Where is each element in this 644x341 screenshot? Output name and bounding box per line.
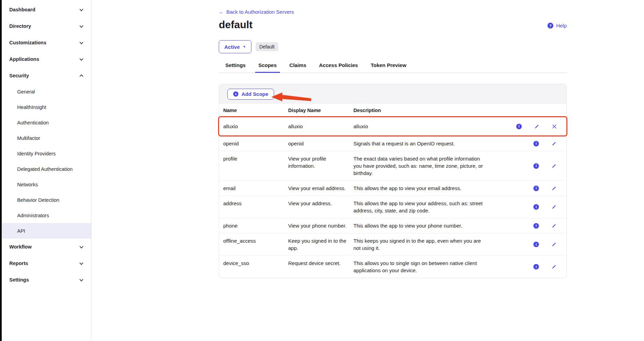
scope-name: phone xyxy=(219,222,284,229)
scope-description: This allows the app to view your address… xyxy=(349,200,506,214)
sidebar-item-security[interactable]: Security xyxy=(2,67,91,84)
scope-display-name: View your email address. xyxy=(284,185,349,192)
sidebar-item-healthinsight[interactable]: HealthInsight xyxy=(2,99,91,115)
info-icon[interactable]: i xyxy=(533,223,539,229)
scope-name: openid xyxy=(219,140,284,147)
edit-icon[interactable] xyxy=(551,141,557,146)
status-dropdown[interactable]: Active ▼ xyxy=(219,40,251,53)
edit-icon[interactable] xyxy=(551,163,557,169)
chevron-down-icon xyxy=(79,40,83,44)
row-actions: i xyxy=(506,223,566,229)
sidebar-item-label: Dashboard xyxy=(9,7,35,12)
table-row-alluxio: alluxioalluxioalluxioi xyxy=(219,117,566,136)
default-badge: Default xyxy=(256,42,278,51)
scope-description: This allows the app to view your email a… xyxy=(349,185,506,192)
table-row-device-sso: device_ssoRequest device secret.This all… xyxy=(219,255,566,278)
chevron-down-icon xyxy=(79,261,83,265)
scope-description: The exact data varies based on what prof… xyxy=(349,155,506,177)
help-icon: ? xyxy=(547,23,553,29)
status-label: Active xyxy=(224,44,240,50)
sidebar-item-label: Settings xyxy=(9,277,29,283)
edit-icon[interactable] xyxy=(551,242,557,247)
tab-token-preview[interactable]: Token Preview xyxy=(368,62,409,73)
scope-name: profile xyxy=(219,155,284,162)
scopes-toolbar: + Add Scope xyxy=(219,84,566,104)
back-arrow-icon: ← xyxy=(219,9,224,15)
sidebar-item-authentication[interactable]: Authentication xyxy=(2,115,91,130)
chevron-up-icon xyxy=(79,74,83,78)
sidebar-item-customizations[interactable]: Customizations xyxy=(2,34,91,51)
info-icon[interactable]: i xyxy=(516,124,522,129)
table-body: alluxioalluxioalluxioi openidopenidSigna… xyxy=(219,117,566,278)
sidebar-item-label: Applications xyxy=(9,56,39,62)
scope-display-name: View your profile information. xyxy=(284,155,349,169)
row-actions: i xyxy=(506,163,566,169)
annotation-arrow xyxy=(271,92,312,103)
scopes-panel: + Add Scope NameDisplay NameDescription … xyxy=(219,84,567,278)
back-link-label: Back to Authorization Servers xyxy=(226,9,294,15)
sidebar-item-dashboard[interactable]: Dashboard xyxy=(2,1,91,18)
back-link[interactable]: ← Back to Authorization Servers xyxy=(219,9,294,15)
info-icon[interactable]: i xyxy=(533,242,539,247)
scope-name: device_sso xyxy=(219,260,284,267)
scope-display-name: Keep you signed in to the app. xyxy=(284,237,349,252)
info-icon[interactable]: i xyxy=(533,163,539,169)
sidebar-item-api[interactable]: API xyxy=(2,223,91,239)
info-icon[interactable]: i xyxy=(533,186,539,191)
sidebar-item-general[interactable]: General xyxy=(2,84,91,99)
delete-icon[interactable] xyxy=(552,124,557,129)
sidebar-item-label: Reports xyxy=(9,261,28,266)
table-row-email: emailView your email address.This allows… xyxy=(219,180,566,196)
edit-icon[interactable] xyxy=(551,264,557,270)
edit-icon[interactable] xyxy=(551,186,557,191)
column-header-name: Name xyxy=(219,108,284,113)
sidebar-item-settings[interactable]: Settings xyxy=(2,272,91,288)
sidebar-item-behavior-detection[interactable]: Behavior Detection xyxy=(2,192,91,208)
edit-icon[interactable] xyxy=(551,223,557,229)
column-header-description: Description xyxy=(349,108,566,113)
info-icon[interactable]: i xyxy=(533,204,539,210)
scope-description: Signals that a request is an OpenID requ… xyxy=(349,140,506,147)
sidebar-item-delegated-authentication[interactable]: Delegated Authentication xyxy=(2,161,91,177)
column-header-display-name: Display Name xyxy=(284,108,349,113)
chevron-down-icon xyxy=(79,244,83,248)
edit-icon[interactable] xyxy=(534,124,540,129)
table-header-row: NameDisplay NameDescription xyxy=(219,104,566,117)
scope-display-name: View your phone number. xyxy=(284,222,349,229)
row-actions: i xyxy=(506,242,566,247)
tab-bar: SettingsScopesClaimsAccess PoliciesToken… xyxy=(219,62,567,73)
sidebar-item-directory[interactable]: Directory xyxy=(2,18,91,34)
sidebar-item-reports[interactable]: Reports xyxy=(2,255,91,272)
add-scope-label: Add Scope xyxy=(241,91,268,97)
scope-description: This allows you to single sign on betwee… xyxy=(349,260,506,274)
edit-icon[interactable] xyxy=(551,204,557,210)
page-title: default xyxy=(219,19,252,31)
row-actions: i xyxy=(506,264,566,270)
table-row-openid: openidopenidSignals that a request is an… xyxy=(219,136,566,151)
sidebar-item-multifactor[interactable]: Multifactor xyxy=(2,130,91,146)
row-actions: i xyxy=(506,124,566,129)
row-actions: i xyxy=(506,186,566,191)
tab-settings[interactable]: Settings xyxy=(222,62,249,73)
scope-display-name: openid xyxy=(284,140,349,147)
sidebar-item-identity-providers[interactable]: Identity Providers xyxy=(2,146,91,161)
add-scope-button[interactable]: + Add Scope xyxy=(227,89,274,100)
sidebar-item-workflow[interactable]: Workflow xyxy=(2,239,91,255)
sidebar-item-networks[interactable]: Networks xyxy=(2,177,91,192)
tab-scopes[interactable]: Scopes xyxy=(255,62,280,73)
tab-access-policies[interactable]: Access Policies xyxy=(316,62,361,73)
row-actions: i xyxy=(506,141,566,146)
title-row: default ? Help xyxy=(219,19,567,31)
info-icon[interactable]: i xyxy=(533,264,539,270)
sidebar-item-applications[interactable]: Applications xyxy=(2,51,91,67)
tab-claims[interactable]: Claims xyxy=(286,62,309,73)
info-icon[interactable]: i xyxy=(533,141,539,146)
sidebar-item-label: Customizations xyxy=(9,40,46,45)
scope-display-name: Request device secret. xyxy=(284,260,349,267)
scope-name: address xyxy=(219,200,284,207)
help-link[interactable]: ? Help xyxy=(547,23,567,31)
chevron-down-icon xyxy=(79,57,83,60)
sidebar-item-administrators[interactable]: Administrators xyxy=(2,208,91,223)
sidebar-item-label: Workflow xyxy=(9,244,32,250)
scope-description: This keeps you signed in to the app, eve… xyxy=(349,237,506,252)
